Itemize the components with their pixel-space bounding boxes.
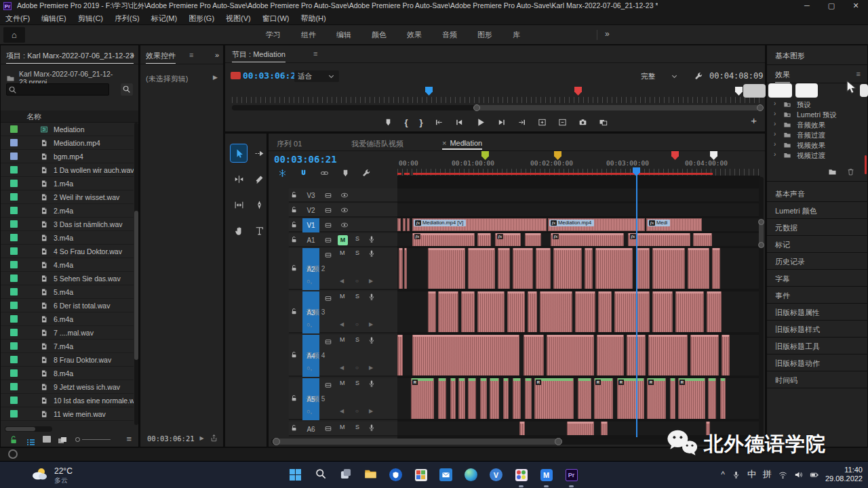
- program-marker[interactable]: [574, 87, 582, 96]
- solo-button[interactable]: S: [355, 235, 359, 242]
- add-keyframe-button[interactable]: ○: [355, 408, 359, 414]
- clips-area[interactable]: Mediation.mp4 [V]fxMediation.mp4fxMedifx…: [397, 176, 760, 440]
- audio-clip[interactable]: [652, 248, 685, 289]
- label-color-chip[interactable]: [10, 356, 18, 363]
- add-keyframe-button[interactable]: ○: [355, 278, 359, 284]
- track-lane-V3[interactable]: [397, 188, 760, 201]
- audio-clip[interactable]: [636, 248, 650, 289]
- close-button[interactable]: ✕: [844, 0, 868, 12]
- sync-lock-icon[interactable]: [324, 424, 332, 432]
- project-writable-icon[interactable]: [9, 435, 18, 445]
- workspace-tab-音频[interactable]: 音频: [442, 30, 457, 40]
- audio-clip[interactable]: [598, 291, 612, 332]
- sequence-marker[interactable]: [671, 151, 679, 160]
- panel-tab-旧版标题工具[interactable]: 旧版标题工具: [767, 338, 868, 354]
- step-forward-button[interactable]: [497, 118, 506, 127]
- audio-clip[interactable]: [708, 378, 716, 419]
- label-color-chip[interactable]: [10, 234, 18, 241]
- list-view-icon[interactable]: [26, 436, 35, 444]
- workspace-tab-组件[interactable]: 组件: [301, 30, 316, 40]
- panel-menu-icon[interactable]: ≡: [462, 138, 467, 148]
- track-lock-icon[interactable]: [290, 308, 298, 315]
- mute-button[interactable]: M: [340, 380, 345, 386]
- next-keyframe-button[interactable]: ▶: [369, 321, 373, 327]
- project-item[interactable]: 5.m4a: [1, 285, 134, 299]
- track-lock-icon[interactable]: [290, 221, 298, 228]
- taskbar-app-search[interactable]: [311, 466, 330, 484]
- video-clip[interactable]: Medifx: [646, 218, 702, 231]
- taskbar-app-store[interactable]: [412, 466, 430, 484]
- audio-clip[interactable]: [480, 378, 487, 419]
- taskbar-app-start[interactable]: [286, 466, 304, 484]
- panel-tab-元数据[interactable]: 元数据: [767, 219, 868, 236]
- taskbar-app-task-view[interactable]: [336, 466, 355, 484]
- linked-selection-toggle[interactable]: [320, 169, 329, 178]
- keyframe-pen-button[interactable]: ○,: [307, 408, 312, 415]
- audio-clip[interactable]: [648, 335, 688, 375]
- add-button[interactable]: +: [751, 115, 757, 126]
- taskbar-app-premiere[interactable]: Pr: [562, 466, 580, 484]
- audio-clip[interactable]: [490, 378, 499, 419]
- project-panel-tab[interactable]: 项目 : Karl Marx-2022-07-06_21-12-23: [6, 51, 134, 64]
- audio-clip[interactable]: [601, 422, 608, 435]
- snap-toggle[interactable]: [299, 169, 308, 178]
- timeline-settings-toggle[interactable]: [362, 169, 371, 178]
- effects-tree-item[interactable]: ›视频效果: [767, 140, 868, 150]
- menu-窗口(W)[interactable]: 窗口(W): [262, 14, 290, 24]
- menu-帮助(H)[interactable]: 帮助(H): [300, 14, 326, 24]
- next-keyframe-button[interactable]: ▶: [369, 365, 373, 371]
- timeline-vscroll-dot[interactable]: [758, 219, 764, 225]
- project-item[interactable]: 2 Weil ihr wisset.wav: [1, 190, 134, 204]
- mark-in-button[interactable]: {: [404, 117, 408, 127]
- keyframe-pen-button[interactable]: ○,: [307, 321, 312, 328]
- clip-fragment[interactable]: [407, 218, 410, 231]
- sync-lock-icon[interactable]: [324, 338, 332, 346]
- project-item[interactable]: 6.m4a: [1, 312, 134, 326]
- clip-fragment[interactable]: [403, 218, 406, 231]
- audio-clip[interactable]: [712, 248, 720, 289]
- project-item[interactable]: 5 Sehen Sie das.wav: [1, 272, 134, 285]
- audio-clip[interactable]: [690, 335, 719, 375]
- audio-clip[interactable]: [722, 335, 730, 375]
- clock[interactable]: 11:40 29.08.2022: [825, 466, 863, 483]
- audio-clip[interactable]: R: [647, 378, 666, 419]
- panel-tab-字幕[interactable]: 字幕: [767, 270, 868, 287]
- label-color-chip[interactable]: [10, 247, 18, 255]
- audio-clip[interactable]: [670, 378, 675, 419]
- panel-tab-历史记录[interactable]: 历史记录: [767, 253, 868, 270]
- audio-clip[interactable]: [525, 233, 541, 246]
- icon-view-icon[interactable]: [43, 436, 51, 443]
- solo-button[interactable]: S: [355, 249, 359, 256]
- effect-controls-tab[interactable]: 效果控件: [146, 51, 176, 64]
- essential-graphics-tab[interactable]: 基本图形: [775, 51, 805, 61]
- menu-编辑(E)[interactable]: 编辑(E): [41, 14, 66, 24]
- panel-tab-基本声音[interactable]: 基本声音: [767, 185, 868, 202]
- audio-clip[interactable]: [458, 378, 465, 419]
- project-item[interactable]: 8.m4a: [1, 367, 134, 380]
- taskbar-app-edge[interactable]: [462, 466, 480, 484]
- audio-clip[interactable]: [438, 291, 458, 332]
- audio-clip[interactable]: [477, 291, 505, 332]
- timeline-hscroll-dot[interactable]: [555, 438, 562, 445]
- taskbar-app-m-app[interactable]: M: [537, 466, 555, 484]
- weather-widget[interactable]: 22°C 多云: [30, 465, 73, 487]
- audio-track-name[interactable]: 音频 3: [306, 308, 325, 317]
- taskbar-app-photos[interactable]: [512, 466, 530, 484]
- audio-clip[interactable]: [525, 378, 532, 419]
- effects-tree-item[interactable]: ›音频效果: [767, 120, 868, 130]
- track-lock-icon[interactable]: [290, 206, 298, 214]
- label-color-chip[interactable]: [10, 342, 18, 350]
- label-color-chip[interactable]: [10, 315, 18, 323]
- audio-clip[interactable]: [614, 291, 650, 332]
- audio-clip[interactable]: [675, 291, 704, 332]
- audio-clip[interactable]: [519, 422, 525, 435]
- track-visibility-icon[interactable]: [340, 206, 349, 214]
- panel-tab-旧版标题样式[interactable]: 旧版标题样式: [767, 321, 868, 338]
- label-color-chip[interactable]: [10, 220, 18, 228]
- audio-clip[interactable]: [720, 378, 726, 419]
- program-ruler-ticks[interactable]: [232, 97, 760, 103]
- playhead-line[interactable]: [636, 174, 637, 437]
- maximize-button[interactable]: ▢: [819, 0, 844, 12]
- razor-tool[interactable]: [251, 170, 267, 188]
- previous-keyframe-button[interactable]: ◀: [340, 321, 344, 327]
